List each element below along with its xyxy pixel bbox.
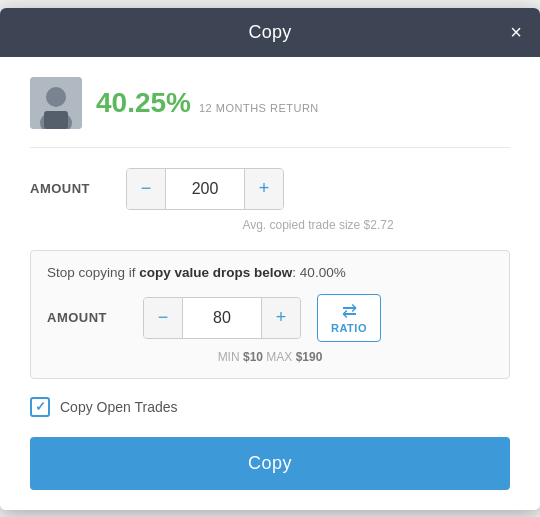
stop-copy-bold: copy value drops below [139,265,292,280]
stop-stepper: − + [143,297,301,339]
avg-trade-text: Avg. copied trade size $2.72 [126,218,510,232]
min-max-text: MIN $10 MAX $190 [47,350,493,364]
copy-open-trades-checkbox-container[interactable]: ✓ Copy Open Trades [30,397,178,417]
return-percentage: 40.25% [96,87,191,119]
svg-point-1 [46,87,66,107]
copy-modal: Copy × 40.25% 12 MONTHS RETURN [0,8,540,510]
stop-amount-input[interactable] [182,298,262,338]
stop-copy-box: Stop copying if copy value drops below: … [30,250,510,379]
main-amount-input[interactable] [165,169,245,209]
main-amount-row: AMOUNT − + [30,168,510,210]
stop-copy-suffix: : 40.00% [292,265,345,280]
stop-copy-prefix: Stop copying if [47,265,139,280]
max-value: $190 [296,350,323,364]
svg-rect-3 [44,111,68,129]
checkmark-icon: ✓ [35,399,46,414]
copy-open-trades-label: Copy Open Trades [60,399,178,415]
ratio-icon: ⇄ [342,302,357,320]
copy-open-trades-row: ✓ Copy Open Trades [30,397,510,417]
copy-button[interactable]: Copy [30,437,510,490]
modal-title: Copy [248,22,291,43]
copy-open-trades-checkbox[interactable]: ✓ [30,397,50,417]
avatar [30,77,82,129]
stop-copy-text: Stop copying if copy value drops below: … [47,265,493,280]
stop-amount-row: AMOUNT − + ⇄ RATIO [47,294,493,342]
main-increment-button[interactable]: + [245,169,283,209]
min-value: $10 [243,350,263,364]
return-label: 12 MONTHS RETURN [199,102,319,114]
amount-label: AMOUNT [30,181,110,196]
ratio-label: RATIO [331,322,367,334]
stop-amount-label: AMOUNT [47,310,127,325]
trader-stats: 40.25% 12 MONTHS RETURN [96,87,319,119]
stop-increment-button[interactable]: + [262,298,300,338]
trader-row: 40.25% 12 MONTHS RETURN [30,77,510,148]
close-button[interactable]: × [510,22,522,42]
stop-decrement-button[interactable]: − [144,298,182,338]
main-decrement-button[interactable]: − [127,169,165,209]
modal-header: Copy × [0,8,540,57]
ratio-button[interactable]: ⇄ RATIO [317,294,381,342]
modal-body: 40.25% 12 MONTHS RETURN AMOUNT − + Avg. … [0,57,540,510]
main-stepper: − + [126,168,284,210]
